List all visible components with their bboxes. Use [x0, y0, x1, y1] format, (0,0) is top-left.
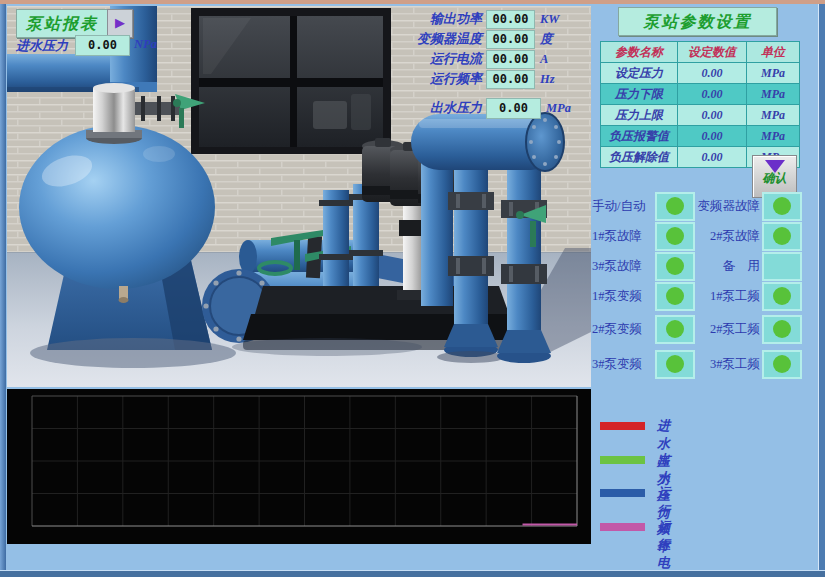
params-header-cell: 设定数值 [678, 42, 747, 63]
legend-swatch [600, 456, 645, 464]
titlebar-strip [0, 0, 825, 4]
status-label: 1#泵变频 [592, 288, 654, 305]
params-row: 负压报警值0.00MPa [601, 126, 800, 147]
status-row: 手动/自动变频器故障 [590, 192, 802, 219]
param-setpoint-value[interactable]: 0.00 [678, 63, 747, 84]
metric-value: 00.00 [486, 30, 535, 49]
params-row: 压力上限0.00MPa [601, 105, 800, 126]
window-border-bottom [0, 570, 825, 577]
status-indicator [762, 192, 802, 221]
params-header-cell: 参数名称 [601, 42, 678, 63]
metric-label: 输出功率 [410, 10, 482, 28]
status-label: 2#泵故障 [692, 228, 760, 245]
trend-chart [7, 389, 591, 544]
metric-unit: Hz [540, 72, 555, 87]
metric-value: 00.00 [486, 70, 535, 89]
indicator-lamp-on [666, 227, 684, 245]
status-row: 3#泵故障备 用 [590, 252, 802, 279]
indicator-lamp-on [773, 287, 791, 305]
trend-chart-svg [7, 389, 591, 544]
status-indicator [655, 315, 695, 344]
metric-label: 运行频率 [410, 70, 482, 88]
param-cell: MPa [747, 126, 800, 147]
indicator-lamp-on [773, 355, 791, 373]
legend-swatch [600, 489, 645, 497]
status-label: 3#泵变频 [592, 356, 654, 373]
status-indicator [655, 350, 695, 379]
window-border-right [818, 4, 825, 570]
status-row: 1#泵变频1#泵工频 [590, 282, 802, 309]
window [191, 8, 391, 154]
legend-swatch [600, 422, 645, 430]
indicator-lamp-on [666, 197, 684, 215]
status-label: 1#泵工频 [692, 288, 760, 305]
status-label: 3#泵工频 [692, 356, 760, 373]
status-indicator [655, 282, 695, 311]
status-row: 2#泵变频2#泵工频 [590, 315, 802, 342]
indicator-lamp-on [666, 355, 684, 373]
metric-unit: A [540, 52, 548, 67]
param-cell: 压力上限 [601, 105, 678, 126]
top-metrics: 输出功率00.00KW变频器温度00.00度运行电流00.00A运行频率00.0… [410, 9, 590, 89]
window-border-left [0, 4, 6, 570]
param-setpoint-value[interactable]: 0.00 [678, 126, 747, 147]
status-label: 备 用 [692, 258, 760, 275]
metric-unit: 度 [540, 31, 553, 48]
status-label: 2#泵变频 [592, 321, 654, 338]
metric-value: 00.00 [486, 10, 535, 29]
status-indicator [655, 252, 695, 281]
status-grid: 手动/自动变频器故障1#泵故障2#泵故障3#泵故障备 用1#泵变频1#泵工频2#… [590, 190, 802, 382]
param-cell: 压力下限 [601, 84, 678, 105]
status-label: 2#泵工频 [692, 321, 760, 338]
indicator-lamp-on [666, 287, 684, 305]
status-label: 3#泵故障 [592, 258, 654, 275]
param-cell: 负压报警值 [601, 126, 678, 147]
params-row: 压力下限0.00MPa [601, 84, 800, 105]
status-row: 3#泵变频3#泵工频 [590, 350, 802, 377]
params-table-head-row: 参数名称设定数值单位 [601, 42, 800, 63]
indicator-lamp-on [666, 257, 684, 275]
indicator-lamp-on [773, 227, 791, 245]
report-button[interactable]: 泵站报表 [16, 9, 108, 38]
metric-row: 运行频率00.00Hz [410, 69, 590, 89]
outlet-pressure-label: 出水压力 [410, 99, 482, 117]
status-row: 1#泵故障2#泵故障 [590, 222, 802, 249]
outlet-pressure-row: 出水压力 0.00 MPa [410, 97, 571, 119]
status-label: 1#泵故障 [592, 228, 654, 245]
settings-panel-title: 泵站参数设置 [618, 7, 777, 36]
param-setpoint-value[interactable]: 0.00 [678, 84, 747, 105]
metric-row: 输出功率00.00KW [410, 9, 590, 29]
status-indicator [762, 222, 802, 251]
param-cell: 负压解除值 [601, 147, 678, 168]
params-row: 设定压力0.00MPa [601, 63, 800, 84]
outlet-pressure-value: 0.00 [486, 98, 541, 119]
status-indicator [655, 192, 695, 221]
status-indicator [762, 315, 802, 344]
indicator-lamp-on [666, 320, 684, 338]
outlet-pressure-unit: MPa [546, 101, 571, 116]
param-cell: MPa [747, 105, 800, 126]
metric-row: 运行电流00.00A [410, 49, 590, 69]
param-cell: MPa [747, 63, 800, 84]
params-table: 参数名称设定数值单位 设定压力0.00MPa压力下限0.00MPa压力上限0.0… [600, 41, 800, 168]
hmi-screen: 泵站报表 ▶ 进水压力 0.00 NPa 输出功率00.00KW变频器温度00.… [0, 0, 825, 577]
play-icon[interactable]: ▶ [107, 9, 133, 38]
legend-label: 运行电流 [657, 518, 670, 577]
inlet-pressure-value: 0.00 [75, 35, 130, 56]
status-indicator [762, 252, 802, 281]
status-indicator [762, 282, 802, 311]
param-setpoint-value[interactable]: 0.00 [678, 147, 747, 168]
metric-unit: KW [540, 12, 559, 27]
indicator-lamp-on [773, 320, 791, 338]
params-table-body: 设定压力0.00MPa压力下限0.00MPa压力上限0.00MPa负压报警值0.… [601, 63, 800, 168]
status-label: 变频器故障 [692, 198, 760, 215]
param-setpoint-value[interactable]: 0.00 [678, 105, 747, 126]
indicator-lamp-on [773, 197, 791, 215]
param-cell: 设定压力 [601, 63, 678, 84]
param-cell: MPa [747, 84, 800, 105]
metric-value: 00.00 [486, 50, 535, 69]
params-header-cell: 单位 [747, 42, 800, 63]
inlet-pressure-unit: NPa [134, 37, 157, 52]
confirm-button-label: 确认 [753, 170, 796, 187]
legend-swatch [600, 523, 645, 531]
